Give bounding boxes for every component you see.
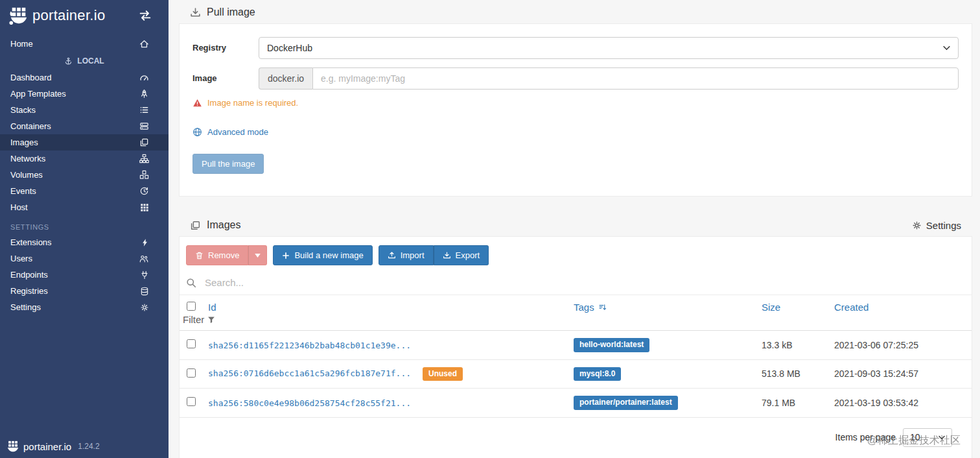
advanced-mode-label: Advanced mode bbox=[207, 127, 268, 137]
images-title: Images bbox=[207, 219, 240, 231]
image-label: Image bbox=[192, 67, 259, 90]
sidebar-item-endpoints[interactable]: Endpoints bbox=[0, 267, 169, 283]
registry-row: Registry DockerHub bbox=[192, 37, 959, 59]
sidebar-item-users[interactable]: Users bbox=[0, 250, 169, 267]
network-icon bbox=[139, 154, 149, 163]
sidebar-item-settings[interactable]: Settings bbox=[0, 299, 169, 315]
table-filter-row: Filter bbox=[180, 314, 972, 331]
sidebar-item-volumes[interactable]: Volumes bbox=[0, 167, 169, 183]
images-body: Remove Build a new image Import bbox=[179, 236, 972, 458]
rocket-icon bbox=[139, 89, 149, 99]
images-table: Id Tags Size Created Filter bbox=[180, 295, 972, 418]
filter-button[interactable]: Filter bbox=[183, 314, 215, 325]
sidebar-collapse-button[interactable] bbox=[139, 10, 152, 21]
sidebar-logo[interactable]: portainer.io bbox=[0, 0, 169, 29]
sidebar-item-stacks[interactable]: Stacks bbox=[0, 102, 169, 118]
items-per-page-select[interactable]: 10 bbox=[903, 428, 952, 447]
column-header-size[interactable]: Size bbox=[762, 302, 780, 313]
row-checkbox[interactable] bbox=[187, 397, 196, 406]
images-header: Images Settings bbox=[179, 213, 972, 236]
upload-icon bbox=[388, 251, 396, 259]
image-name-input[interactable] bbox=[312, 67, 959, 90]
remove-button[interactable]: Remove bbox=[186, 245, 248, 265]
sidebar-endpoint-local[interactable]: LOCAL bbox=[0, 52, 169, 69]
history-icon bbox=[139, 186, 149, 196]
portainer-logo-small-icon bbox=[6, 440, 19, 453]
sidebar-item-home[interactable]: Home bbox=[0, 36, 169, 52]
row-checkbox[interactable] bbox=[187, 339, 196, 348]
image-created: 2021-03-06 07:25:25 bbox=[829, 331, 972, 360]
cogs-icon bbox=[140, 303, 149, 312]
sidebar-nav: Home LOCAL Dashboard App Templates Stack… bbox=[0, 36, 169, 315]
column-header-tags[interactable]: Tags bbox=[574, 302, 607, 313]
sidebar-item-containers[interactable]: Containers bbox=[0, 118, 169, 134]
plus-icon bbox=[282, 252, 290, 259]
image-name-warning: Image name is required. bbox=[192, 98, 959, 108]
row-checkbox[interactable] bbox=[187, 368, 196, 378]
items-per-page-label: Items per page bbox=[835, 432, 896, 442]
gear-icon bbox=[912, 221, 922, 230]
filter-funnel-icon bbox=[207, 316, 215, 324]
items-per-page-value: 10 bbox=[910, 432, 920, 442]
images-searchbar bbox=[180, 271, 972, 295]
sidebar-item-host[interactable]: Host bbox=[0, 199, 169, 215]
warning-triangle-icon bbox=[192, 99, 202, 108]
images-header-icon bbox=[190, 220, 201, 231]
table-header-row: Id Tags Size Created bbox=[180, 295, 972, 314]
select-all-checkbox[interactable] bbox=[187, 302, 196, 311]
export-download-icon bbox=[443, 251, 451, 259]
plug-icon bbox=[140, 271, 149, 280]
tag-badge: portainer/portainer:latest bbox=[574, 396, 678, 410]
image-id-link[interactable]: sha256:0716d6ebcc1a61c5a296fcb187e71f... bbox=[208, 368, 411, 378]
import-button[interactable]: Import bbox=[379, 245, 434, 265]
image-id-link[interactable]: sha256:d1165f2212346b2bab48cb01c1e39e... bbox=[208, 341, 411, 350]
tachometer-icon bbox=[139, 73, 149, 82]
image-size: 513.8 MB bbox=[756, 359, 829, 389]
pull-image-button[interactable]: Pull the image bbox=[192, 154, 264, 174]
remove-split-button: Remove bbox=[186, 245, 267, 265]
registry-select[interactable]: DockerHub bbox=[259, 37, 959, 59]
image-row: Image docker.io bbox=[192, 67, 959, 90]
remove-dropdown-caret[interactable] bbox=[248, 245, 267, 265]
globe-icon bbox=[192, 127, 202, 137]
column-header-created[interactable]: Created bbox=[834, 302, 869, 313]
table-settings-label: Settings bbox=[926, 220, 961, 231]
sidebar-item-networks[interactable]: Networks bbox=[0, 151, 169, 167]
database-icon bbox=[140, 287, 149, 296]
image-registry-addon: docker.io bbox=[259, 67, 312, 90]
sidebar-item-dashboard[interactable]: Dashboard bbox=[0, 69, 169, 86]
warning-text: Image name is required. bbox=[207, 98, 298, 108]
column-header-id[interactable]: Id bbox=[208, 302, 216, 313]
table-row: sha256:0716d6ebcc1a61c5a296fcb187e71f...… bbox=[180, 359, 972, 389]
main-content: Pull image Registry DockerHub Image doc bbox=[169, 0, 980, 458]
registry-label: Registry bbox=[192, 37, 259, 59]
table-settings-button[interactable]: Settings bbox=[912, 220, 961, 231]
sort-icon bbox=[598, 303, 607, 311]
unused-badge: Unused bbox=[423, 367, 463, 381]
pull-image-body: Registry DockerHub Image docker.io bbox=[179, 23, 972, 197]
images-widget: Images Settings Remove bbox=[179, 213, 972, 458]
export-button[interactable]: Export bbox=[434, 245, 489, 265]
sidebar-item-registries[interactable]: Registries bbox=[0, 283, 169, 299]
sidebar-item-images[interactable]: Images bbox=[0, 134, 169, 151]
app-root: portainer.io Home LOCAL Dashboard Ap bbox=[0, 0, 980, 458]
sidebar-footer: portainer.io 1.24.2 bbox=[6, 440, 100, 453]
import-export-group: Import Export bbox=[379, 245, 489, 265]
advanced-mode-link[interactable]: Advanced mode bbox=[192, 127, 268, 137]
list-icon bbox=[139, 105, 149, 115]
tag-badge: mysql:8.0 bbox=[574, 367, 621, 381]
image-id-link[interactable]: sha256:580c0e4e98b06d258754cf28c55f21... bbox=[208, 398, 411, 408]
sidebar-item-app-templates[interactable]: App Templates bbox=[0, 86, 169, 102]
image-size: 79.1 MB bbox=[756, 389, 829, 418]
sidebar: portainer.io Home LOCAL Dashboard Ap bbox=[0, 0, 169, 458]
search-input[interactable] bbox=[204, 276, 965, 289]
footer-logo-text: portainer.io bbox=[23, 441, 71, 452]
download-icon bbox=[190, 7, 201, 18]
build-image-button[interactable]: Build a new image bbox=[273, 245, 372, 265]
sidebar-item-extensions[interactable]: Extensions bbox=[0, 234, 169, 250]
sidebar-item-events[interactable]: Events bbox=[0, 183, 169, 199]
endpoint-label: LOCAL bbox=[77, 56, 104, 66]
bolt-icon bbox=[141, 238, 149, 247]
portainer-logo-icon bbox=[9, 6, 29, 25]
logo-text: portainer.io bbox=[32, 7, 105, 24]
